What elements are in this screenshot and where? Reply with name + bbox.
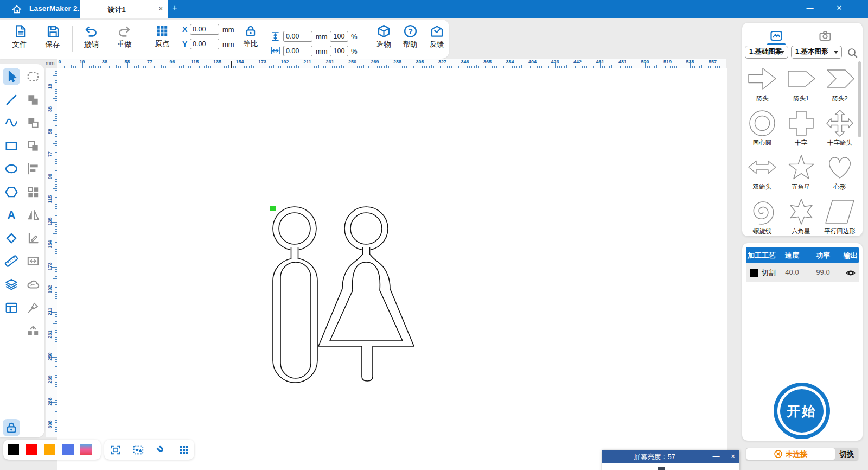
width-percent-input[interactable]	[330, 46, 348, 56]
color-swatch-black[interactable]	[8, 444, 19, 455]
window-close-button[interactable]: ✕	[833, 4, 845, 14]
output-visibility-toggle[interactable]	[845, 268, 856, 280]
sidebar-tool-break-apart[interactable]	[24, 322, 42, 339]
sidebar-tool-measure[interactable]	[3, 252, 20, 270]
measure-icon	[4, 254, 18, 268]
process-speed[interactable]: 40.0	[785, 268, 799, 276]
sidebar-tool-curve[interactable]	[3, 114, 20, 131]
grid-icon	[178, 444, 190, 456]
color-swatch-red[interactable]	[26, 444, 37, 455]
shapes-scrollbar[interactable]	[858, 61, 861, 137]
shape-item-heart[interactable]: 心形	[822, 153, 858, 195]
switch-device-button[interactable]: 切换	[835, 448, 858, 460]
shape-item-arrow[interactable]: 箭头	[744, 65, 780, 107]
feedback-button[interactable]: 反馈	[422, 23, 452, 56]
shape-item-star6[interactable]: 六角星	[783, 198, 819, 237]
height-input[interactable]	[283, 31, 312, 42]
disconnected-icon	[774, 449, 783, 459]
origin-button[interactable]: 原点	[147, 23, 177, 56]
union-icon	[26, 93, 40, 107]
save-button[interactable]: 保存	[37, 23, 68, 56]
sidebar-tool-rectangle[interactable]	[3, 137, 20, 155]
sidebar-tool-table[interactable]	[3, 299, 20, 316]
shape-item-concentric[interactable]: 同心圆	[744, 109, 780, 151]
sidebar-tool-layers[interactable]	[3, 276, 20, 293]
sidebar-tool-mirror[interactable]	[24, 206, 42, 224]
lock-icon	[4, 421, 18, 435]
brightness-close-button[interactable]: ×	[725, 452, 741, 460]
window-minimize-button[interactable]: —	[804, 4, 816, 14]
brightness-minimize-button[interactable]: —	[709, 452, 724, 460]
shape-item-cross[interactable]: 十字	[783, 109, 819, 151]
sidebar-tool-union[interactable]	[24, 91, 42, 109]
sidebar-tool-select[interactable]	[3, 68, 20, 85]
sidebar-tool-calligraphy[interactable]	[24, 299, 42, 316]
magnet-tool-button[interactable]	[155, 444, 167, 456]
sidebar-tool-intersect[interactable]	[24, 137, 42, 155]
shape-item-cross-arrows[interactable]: 十字箭头	[822, 109, 858, 151]
sidebar-tool-align[interactable]	[24, 160, 42, 177]
ruler-cursor-marker	[231, 61, 232, 68]
width-input[interactable]	[283, 46, 312, 56]
color-swatch-gradient[interactable]	[80, 444, 92, 455]
grid-tool-button[interactable]	[178, 444, 190, 456]
sidebar-tool-eraser[interactable]	[3, 230, 20, 247]
layers-icon	[4, 277, 18, 291]
feedback-icon	[430, 24, 444, 39]
canvas-drawing-restroom-sign[interactable]	[250, 190, 423, 391]
shape-item-arrow2[interactable]: 箭头2	[822, 65, 858, 107]
make-button[interactable]: 造物	[368, 23, 399, 56]
height-unit-label: mm	[316, 33, 328, 41]
x-position-input[interactable]	[190, 24, 219, 35]
process-name: 切割	[762, 268, 776, 278]
brightness-slider-handle[interactable]	[658, 467, 665, 470]
brightness-titlebar[interactable]: 屏幕亮度：57 — ×	[602, 450, 739, 463]
sidebar-tool-polygon[interactable]	[3, 183, 20, 201]
sidebar-tool-subtract[interactable]	[24, 114, 42, 131]
new-tab-button[interactable]: +	[169, 3, 180, 15]
sidebar-tool-text[interactable]: A	[3, 206, 20, 224]
shape-item-parallelogram[interactable]: 平行四边形	[822, 198, 858, 237]
sidebar-tool-line[interactable]	[3, 91, 20, 109]
selection-handle[interactable]	[270, 206, 276, 211]
canvas-tools-bar	[104, 440, 194, 460]
redo-button[interactable]: 重做	[109, 23, 139, 56]
sidebar-tool-group[interactable]	[24, 183, 42, 201]
shape-item-spiral[interactable]: 螺旋线	[744, 198, 780, 237]
design-canvas[interactable]	[57, 68, 727, 470]
sidebar-tool-node-edit[interactable]	[24, 68, 42, 85]
process-table-row[interactable]: 切割40.099.0	[746, 263, 859, 282]
shape-cross-arrows-icon	[825, 109, 855, 137]
sidebar-tool-lock[interactable]	[3, 419, 20, 436]
process-color-swatch[interactable]	[750, 269, 758, 277]
width-unit-label: mm	[316, 47, 328, 55]
sidebar-tool-ellipse[interactable]	[3, 160, 20, 177]
height-percent-input[interactable]	[330, 31, 348, 42]
frame-tool-button[interactable]	[110, 444, 122, 456]
shape-cross-icon	[786, 109, 816, 137]
shape-item-double-arrow[interactable]: 双箭头	[744, 153, 780, 195]
process-power[interactable]: 99.0	[816, 268, 829, 276]
help-button[interactable]: ? 帮助	[395, 23, 425, 56]
document-tab[interactable]: 设计1 ×	[80, 0, 168, 18]
svg-text:?: ?	[408, 27, 413, 36]
sidebar-tool-protractor[interactable]	[24, 230, 42, 247]
sidebar-tool-dimension[interactable]	[24, 252, 42, 270]
trace-tool-button[interactable]	[132, 444, 144, 456]
sidebar-tool-weld[interactable]	[24, 276, 42, 293]
tab-close-icon[interactable]: ×	[158, 4, 163, 12]
y-position-input[interactable]	[190, 39, 219, 49]
connection-status[interactable]: 未连接	[746, 448, 835, 460]
shape-item-star5[interactable]: 五角星	[783, 153, 819, 195]
home-icon[interactable]	[11, 3, 23, 15]
color-swatch-orange[interactable]	[44, 444, 55, 455]
file-button[interactable]: 文件	[4, 23, 35, 56]
start-button[interactable]: 开始	[774, 383, 830, 439]
color-swatch-blue[interactable]	[62, 444, 74, 455]
shape-item-arrow1[interactable]: 箭头1	[783, 65, 819, 107]
group-icon	[26, 185, 40, 199]
intersect-icon	[26, 139, 40, 153]
lock-ratio-button[interactable]: 等比	[235, 23, 266, 56]
undo-button[interactable]: 撤销	[76, 23, 106, 56]
brightness-title: 屏幕亮度：57	[602, 453, 707, 462]
